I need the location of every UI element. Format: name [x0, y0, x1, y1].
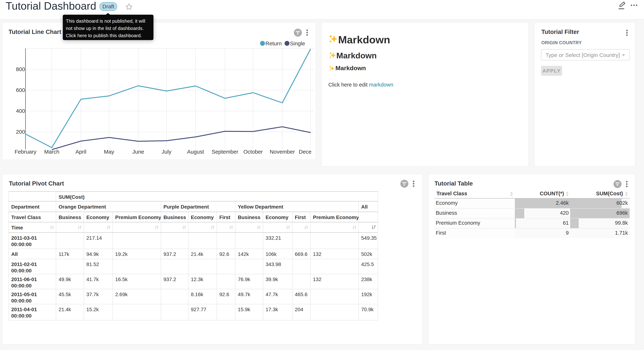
svg-text:May: May — [104, 149, 114, 155]
svg-text:April: April — [76, 149, 86, 155]
svg-text:600: 600 — [16, 87, 25, 93]
svg-text:Single: Single — [290, 40, 305, 46]
svg-text:September: September — [212, 149, 238, 155]
svg-text:800: 800 — [16, 66, 25, 72]
svg-text:Return: Return — [266, 40, 282, 46]
svg-text:200: 200 — [16, 129, 25, 135]
svg-text:Dece: Dece — [299, 149, 312, 155]
svg-text:June: June — [132, 149, 144, 155]
svg-text:August: August — [187, 149, 204, 155]
svg-text:July: July — [162, 149, 171, 155]
svg-text:February: February — [14, 149, 36, 155]
svg-text:November: November — [270, 149, 295, 155]
svg-text:October: October — [244, 149, 263, 155]
svg-text:400: 400 — [16, 108, 25, 114]
